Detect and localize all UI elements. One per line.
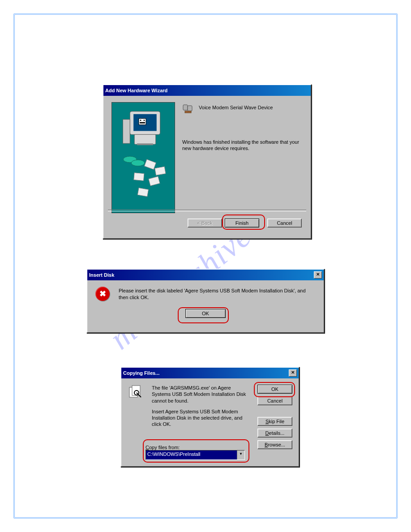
titlebar[interactable]: Add New Hardware Wizard	[103, 85, 311, 96]
insert-disk-message: Please insert the disk labeled 'Agere Sy…	[119, 287, 311, 301]
add-hardware-wizard-dialog: Add New Hardware Wizard	[103, 84, 312, 239]
titlebar[interactable]: Insert Disk ✕	[87, 270, 324, 280]
error-icon: ✖	[95, 287, 110, 301]
wizard-sidebar-image	[111, 102, 175, 213]
svg-rect-8	[137, 143, 153, 145]
svg-rect-19	[185, 111, 191, 113]
svg-point-4	[140, 120, 141, 121]
cancel-button[interactable]: Cancel	[267, 219, 302, 227]
wizard-message: Windows has finished installing the soft…	[182, 139, 301, 152]
device-name: Voice Modem Serial Wave Device	[199, 103, 273, 110]
browse-button[interactable]: Browse...	[257, 440, 292, 449]
svg-rect-13	[155, 167, 166, 175]
copying-message-2: Insert Agere Systems USB Soft Modem Inst…	[152, 408, 250, 428]
chevron-down-icon[interactable]: ▼	[237, 450, 244, 459]
back-button: < Back	[188, 219, 222, 227]
svg-point-11	[131, 160, 145, 166]
cancel-button[interactable]: Cancel	[257, 396, 292, 405]
skip-file-button[interactable]: Skip File	[257, 417, 292, 426]
svg-rect-3	[139, 119, 146, 125]
close-icon[interactable]: ✕	[314, 271, 322, 279]
copying-message-1: The file 'AGRSMMSG.exe' on Agere Systems…	[152, 385, 250, 404]
svg-rect-9	[123, 120, 130, 144]
separator	[108, 210, 306, 211]
insert-disk-dialog: Insert Disk ✕ ✖ Please insert the disk l…	[86, 269, 325, 333]
page-border: manualshive.com Add New Hardware Wizard	[13, 13, 398, 519]
details-button[interactable]: Details...	[257, 429, 292, 438]
dialog-title: Insert Disk	[89, 272, 114, 278]
copy-from-label: Copy files from:	[146, 445, 180, 450]
file-copy-icon	[128, 385, 144, 401]
dialog-title: Copying Files...	[123, 370, 159, 376]
finish-button[interactable]: Finish	[225, 219, 259, 227]
titlebar[interactable]: Copying Files... ✕	[121, 368, 299, 378]
copy-from-combobox[interactable]: C:\WINDOWS\PreInstall ▼	[146, 450, 245, 460]
svg-point-5	[143, 120, 145, 121]
device-icon	[182, 103, 195, 116]
dialog-title: Add New Hardware Wizard	[105, 88, 167, 93]
ok-button[interactable]: OK	[185, 309, 226, 318]
svg-rect-14	[134, 173, 144, 181]
copying-files-dialog: Copying Files... ✕ The file 'AGRSMMSG.ex…	[120, 367, 300, 467]
svg-rect-18	[188, 106, 192, 111]
close-icon[interactable]: ✕	[289, 369, 297, 377]
svg-rect-17	[183, 105, 188, 110]
svg-rect-16	[137, 188, 148, 196]
copy-from-value: C:\WINDOWS\PreInstall	[146, 450, 237, 459]
ok-button[interactable]: OK	[257, 385, 292, 394]
svg-rect-7	[134, 134, 156, 144]
svg-rect-6	[140, 122, 145, 124]
